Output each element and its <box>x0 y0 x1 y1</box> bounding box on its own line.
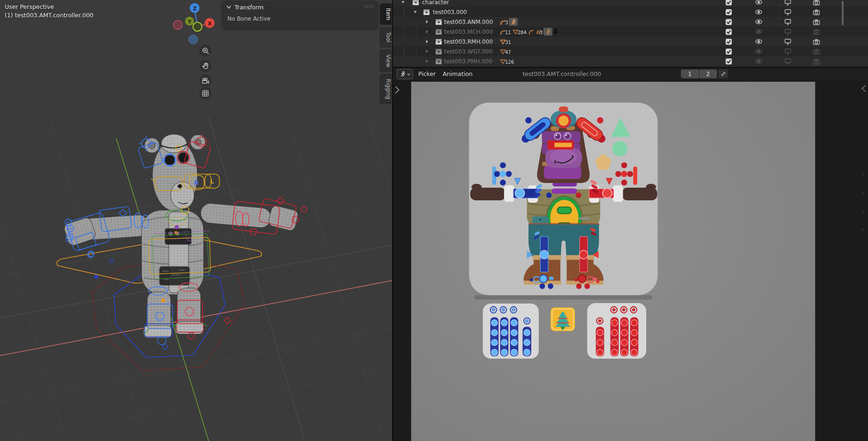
picker-canvas[interactable] <box>393 80 868 441</box>
picker-page-buttons: 1 2 <box>681 69 717 78</box>
magnifier-icon <box>202 47 210 55</box>
page-1-button[interactable]: 1 <box>681 69 699 78</box>
tree-toggle-button[interactable] <box>551 307 575 331</box>
fullscreen-button[interactable] <box>718 69 728 78</box>
tab-tool[interactable]: Tool <box>380 27 392 47</box>
exclude-checkbox[interactable] <box>725 19 732 25</box>
transform-panel: Transform No Bone Active <box>222 1 378 29</box>
outliner-editor[interactable]: character test003.000 test003.ANM.00 <box>393 0 868 67</box>
chevron-right-icon[interactable] <box>425 30 429 34</box>
viewport-disable-icon[interactable] <box>784 38 792 45</box>
row-label[interactable]: test003.WGT.000 <box>444 48 492 55</box>
bone-data-badge: 11 <box>499 29 511 35</box>
outliner-row-pmh[interactable]: test003.PMH.000 126 <box>393 56 868 66</box>
hide-eye-icon[interactable] <box>755 19 762 25</box>
zoom-button[interactable] <box>199 45 211 57</box>
hide-eye-icon[interactable] <box>755 29 762 35</box>
sidebar-tab-strip: Item Tool View Rigging <box>380 3 392 106</box>
exclude-checkbox[interactable] <box>725 9 732 15</box>
hide-eye-icon[interactable] <box>755 38 762 45</box>
outliner-row-rmh[interactable]: test003.RMH.000 31 <box>393 37 868 46</box>
outliner-row-mch[interactable]: test003.MCH.000 11 284 3 4 <box>393 27 868 37</box>
hide-eye-icon[interactable] <box>755 9 762 15</box>
outliner-row-character[interactable]: character <box>393 0 868 7</box>
hand-icon <box>202 62 210 70</box>
chevron-right-icon[interactable] <box>425 20 429 24</box>
rig-label-r: R <box>194 179 199 186</box>
right-finger-panel[interactable] <box>587 303 646 358</box>
exclude-checkbox[interactable] <box>725 0 732 6</box>
chevron-right-icon[interactable] <box>425 49 429 53</box>
viewport-disable-icon[interactable] <box>784 58 792 65</box>
chevron-down-icon <box>407 73 410 76</box>
render-disable-x-icon[interactable] <box>813 48 820 55</box>
picker-title: test003.AMT.controller.000 <box>522 68 601 80</box>
exclude-checkbox[interactable] <box>725 38 732 45</box>
row-label[interactable]: test003.ANM.000 <box>444 19 493 25</box>
collection-icon <box>435 29 442 35</box>
mint-circle-button[interactable] <box>612 141 627 156</box>
render-disable-icon[interactable] <box>813 19 820 25</box>
row-label[interactable]: character <box>422 0 449 6</box>
3d-viewport[interactable]: R L <box>0 0 392 441</box>
viewport-disable-icon[interactable] <box>784 19 792 25</box>
outliner-row-test003-000[interactable]: test003.000 <box>393 7 868 17</box>
render-disable-icon[interactable] <box>813 0 820 6</box>
character-mesh[interactable] <box>63 134 299 338</box>
viewport-canvas[interactable]: R L <box>0 0 392 441</box>
menu-picker[interactable]: Picker <box>418 68 436 80</box>
exclude-checkbox[interactable] <box>725 29 732 35</box>
row-label[interactable]: test003.000 <box>433 9 467 15</box>
transform-panel-status: No Bone Active <box>223 13 377 22</box>
row-label[interactable]: test003.PMH.000 <box>444 58 492 65</box>
camera-view-button[interactable] <box>199 75 211 87</box>
belly-top-button[interactable] <box>557 207 571 213</box>
exclude-checkbox[interactable] <box>725 58 732 65</box>
transform-panel-title[interactable]: Transform <box>234 4 264 11</box>
chevron-down-icon[interactable] <box>413 10 417 14</box>
pan-button[interactable] <box>199 60 211 72</box>
mesh-data-badge: 47 <box>499 48 511 55</box>
gizmo-negx-ball[interactable] <box>174 21 182 30</box>
viewport-disable-icon[interactable] <box>784 29 792 35</box>
collection-icon <box>435 38 442 45</box>
gizmo-front-ball[interactable] <box>193 23 202 31</box>
gpencil-data-badge: 3 <box>535 29 543 35</box>
navigation-gizmo[interactable]: Z Y X <box>171 1 218 48</box>
viewport-disable-icon[interactable] <box>784 48 792 55</box>
page-2-button[interactable]: 2 <box>699 69 717 78</box>
grid-ortho-button[interactable] <box>199 87 211 99</box>
tab-rigging[interactable]: Rigging <box>380 74 392 104</box>
hide-eye-icon[interactable] <box>755 58 762 64</box>
chevron-right-icon[interactable] <box>425 59 429 63</box>
gizmo-negz-ball[interactable] <box>189 35 198 44</box>
render-disable-x-icon[interactable] <box>813 29 820 35</box>
render-disable-icon[interactable] <box>813 38 820 45</box>
hide-eye-icon[interactable] <box>755 0 762 5</box>
outliner-row-wgt[interactable]: test003.WGT.000 47 <box>393 46 868 56</box>
rig-label-l: L <box>210 178 214 185</box>
panel-collapse-icon[interactable] <box>226 5 231 9</box>
outliner-scrollbar[interactable] <box>842 1 844 25</box>
tab-view[interactable]: View <box>380 50 392 72</box>
chevron-down-icon[interactable] <box>401 0 405 4</box>
viewport-disable-icon[interactable] <box>784 0 792 6</box>
gizmo-x-label: X <box>208 21 212 27</box>
outliner-row-anm[interactable]: test003.ANM.000 3 <box>393 17 868 27</box>
row-label[interactable]: test003.RMH.000 <box>444 38 493 45</box>
render-disable-icon[interactable] <box>813 9 820 15</box>
chevron-right-icon[interactable] <box>425 39 429 44</box>
row-label[interactable]: test003.MCH.000 <box>444 29 493 35</box>
render-disable-x-icon[interactable] <box>813 58 820 65</box>
menu-animation[interactable]: Animation <box>443 68 473 80</box>
tab-item[interactable]: Item <box>380 3 392 25</box>
bone-data-badge: 3 <box>499 19 508 25</box>
exclude-checkbox[interactable] <box>725 48 732 55</box>
picker-header: Picker Animation test003.AMT.controller.… <box>393 68 868 80</box>
left-finger-panel[interactable] <box>483 304 539 359</box>
hide-eye-icon[interactable] <box>755 48 762 54</box>
viewport-object-label: (1) test003.AMT.controller.000 <box>5 11 93 20</box>
panel-grip-handle[interactable] <box>364 4 374 11</box>
viewport-disable-icon[interactable] <box>784 9 792 15</box>
editor-type-button[interactable] <box>397 69 413 79</box>
